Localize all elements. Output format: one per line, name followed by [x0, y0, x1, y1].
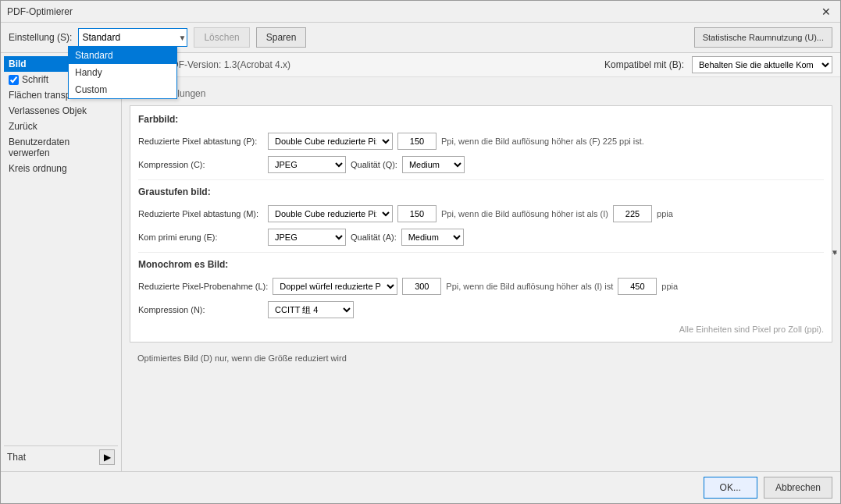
sidebar: Bild Schrift Flächen transparenz Verlass…: [1, 53, 122, 471]
farbbild-reduzierte-ppi: Ppi, wenn die Bild auflösung höher als (…: [441, 137, 644, 146]
einstellung-select[interactable]: Standard Handy Custom: [78, 28, 187, 47]
monochrom-kompression-select[interactable]: CCITT 组 4: [268, 301, 354, 318]
monochrom-kompression-label: Kompression (N):: [138, 305, 263, 314]
title-bar: PDF-Optimierer ✕: [1, 1, 840, 23]
main-window: PDF-Optimierer ✕ Einstellung (S): Standa…: [0, 0, 841, 504]
monochrom-select-arrow-icon: →: [831, 248, 839, 257]
sidebar-item-bild-label: Bild: [9, 59, 27, 69]
graustufen-reduzierte-row: Reduzierte Pixel abtastung (M): Double C…: [138, 205, 824, 222]
ok-button[interactable]: OK...: [704, 477, 757, 499]
main-content: Bild Schrift Flächen transparenz Verlass…: [1, 53, 840, 471]
farbbild-kompression-row: Kompression (C): JPEG Qualität (Q): Medi…: [138, 156, 824, 173]
dropdown-item-custom[interactable]: Custom: [69, 81, 176, 98]
farbbild-kompression-label: Kompression (C):: [138, 160, 263, 169]
graustufen-qualitaet-select[interactable]: Medium: [401, 229, 464, 246]
monochrom-reduzierte-label: Reduzierte Pixel-Probenahme (L):: [138, 282, 268, 291]
main-section-box: Farbbild: Reduzierte Pixel abtastung (P)…: [130, 105, 832, 343]
sidebar-item-benutzerdaten-label: Benutzerdaten verwerfen: [9, 137, 113, 158]
monochrom-header: Monochrom es Bild:: [138, 259, 824, 270]
farbbild-reduzierte-input[interactable]: 150: [397, 133, 437, 150]
sidebar-item-schrift-label: Schrift: [22, 74, 48, 85]
sidebar-item-verlassenes[interactable]: Verlassenes Objek: [4, 103, 118, 119]
farbbild-reduzierte-row: Reduzierte Pixel abtastung (P): Double C…: [138, 133, 824, 150]
monochrom-kompression-row: Kompression (N): CCITT 组 4 →: [138, 301, 824, 318]
sidebar-item-verlassenes-label: Verlassenes Objek: [9, 105, 87, 116]
units-note: Alle Einheiten sind Pixel pro Zoll (ppi)…: [138, 325, 824, 334]
statistic-button[interactable]: Statistische Raumnutzung (U)...: [694, 27, 832, 48]
cancel-button[interactable]: Abbrechen: [764, 477, 832, 499]
graustufen-reduzierte-label: Reduzierte Pixel abtastung (M):: [138, 209, 263, 218]
sidebar-item-kreisordnung[interactable]: Kreis ordnung: [4, 161, 118, 176]
monochrom-reduzierte-input[interactable]: [402, 278, 441, 295]
dropdown-item-standard[interactable]: Standard: [69, 47, 176, 64]
sidebar-bottom-btn[interactable]: ▶: [99, 449, 115, 465]
panel: Bilde in stellungen Farbbild: Reduzierte…: [122, 77, 840, 471]
sidebar-bottom: That ▶: [4, 445, 118, 468]
einstellung-select-wrapper: Standard Handy Custom ▼: [78, 28, 187, 47]
graustufen-header: Graustufen bild:: [138, 186, 824, 197]
graustufen-ppi-value[interactable]: [613, 205, 652, 222]
optimize-note: Optimiertes Bild (D) nur, wenn die Größe…: [130, 350, 832, 366]
graustufen-reduzierte-input[interactable]: [397, 205, 437, 222]
graustufen-kompression-label: Kom primi erung (E):: [138, 232, 263, 242]
sidebar-item-kreisordnung-label: Kreis ordnung: [9, 163, 67, 174]
graustufen-reduzierte-select[interactable]: Double Cube reduzierte Pixel-Probenahme: [268, 205, 393, 222]
monochrom-reduzierte-row: Reduzierte Pixel-Probenahme (L): Doppel …: [138, 278, 824, 295]
farbbild-reduzierte-select[interactable]: Double Cube reduzierte Pixel-Pr obenahme: [268, 133, 393, 150]
dropdown-popup: Standard Handy Custom: [68, 46, 177, 99]
graustufen-kompression-row: Kom primi erung (E): JPEG Qualität (A): …: [138, 229, 824, 246]
sidebar-item-benutzerdaten[interactable]: Benutzerdaten verwerfen: [4, 134, 118, 161]
loeschen-button[interactable]: Löschen: [194, 27, 249, 48]
graustufen-ppi-suffix: ppia: [657, 209, 673, 218]
bottom-bar: OK... Abbrechen: [1, 471, 840, 503]
graustufen-ppi-text: Ppi, wenn die Bild auflösung höher ist a…: [441, 209, 608, 218]
monochrom-ppi-text: Ppi, wenn die Bild auflösung höher als (…: [446, 282, 613, 291]
farbbild-qualitaet-select[interactable]: Medium: [402, 156, 465, 173]
close-button[interactable]: ✕: [818, 4, 834, 20]
sidebar-bottom-text: That: [7, 452, 99, 463]
graustufen-qualitaet-label: Qualität (A):: [351, 232, 397, 242]
einstellung-label: Einstellung (S):: [9, 32, 72, 43]
monochrom-ppi-value[interactable]: [618, 278, 657, 295]
pdf-version-bar: Aktuelle PDF-Version: 1.3(Acrobat 4.x) K…: [122, 53, 840, 77]
kompatibel-select[interactable]: Behalten Sie die aktuelle Kom primi erun…: [692, 56, 832, 73]
images-header: Bilde in stellungen: [130, 85, 832, 102]
farbbild-qualitaet-label: Qualität (Q):: [351, 160, 397, 169]
graustufen-kompression-select[interactable]: JPEG: [268, 229, 346, 246]
monochrom-reduzierte-select[interactable]: Doppel würfel reduzierte Pixel abtastung: [273, 278, 397, 295]
window-title: PDF-Optimierer: [7, 6, 73, 17]
content-area: Aktuelle PDF-Version: 1.3(Acrobat 4.x) K…: [122, 53, 840, 471]
sidebar-item-zurueck[interactable]: Zurück: [4, 119, 118, 134]
dropdown-item-handy[interactable]: Handy: [69, 64, 176, 81]
graustufen-section: Graustufen bild: Reduzierte Pixel abtast…: [138, 179, 824, 246]
farbbild-header: Farbbild:: [138, 114, 824, 125]
farbbild-reduzierte-label: Reduzierte Pixel abtastung (P):: [138, 137, 263, 146]
sidebar-item-zurueck-label: Zurück: [9, 121, 37, 132]
sparen-button[interactable]: Sparen: [256, 27, 307, 48]
monochrom-ppi-suffix: ppia: [661, 282, 678, 291]
schrift-checkbox[interactable]: [9, 75, 19, 85]
farbbild-kompression-select[interactable]: JPEG: [268, 156, 346, 173]
kompatibel-label: Kompatibel mit (B):: [604, 59, 684, 70]
monochrom-section: Monochrom es Bild: Reduzierte Pixel-Prob…: [138, 252, 824, 318]
